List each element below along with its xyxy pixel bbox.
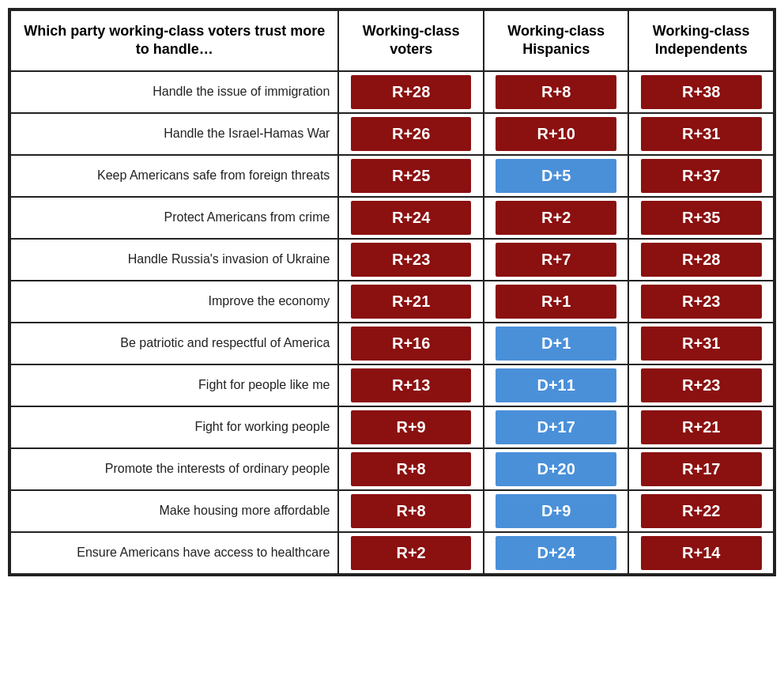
independents-value: R+21 (628, 406, 774, 448)
voters-badge: R+25 (351, 159, 472, 193)
voters-value: R+9 (338, 406, 484, 448)
voters-value: R+16 (338, 323, 484, 364)
table-row: Ensure Americans have access to healthca… (10, 532, 774, 574)
main-table-wrapper: Which party working-class voters trust m… (8, 8, 776, 576)
data-table: Which party working-class voters trust m… (9, 9, 775, 575)
row-label: Keep Americans safe from foreign threats (10, 155, 338, 197)
hispanics-badge: D+20 (496, 452, 616, 486)
voters-badge: R+26 (351, 117, 472, 151)
independents-value: R+28 (628, 239, 774, 281)
table-row: Improve the economyR+21R+1R+23 (10, 281, 774, 323)
hispanics-value: R+1 (484, 281, 629, 323)
hispanics-badge: D+24 (496, 536, 616, 570)
voters-value: R+8 (338, 448, 484, 490)
hispanics-value: D+9 (484, 490, 629, 532)
independents-badge: R+38 (641, 75, 762, 109)
voters-badge: R+8 (351, 452, 472, 486)
table-row: Fight for working peopleR+9D+17R+21 (10, 406, 774, 448)
hispanics-badge: R+2 (496, 201, 616, 235)
independents-value: R+23 (628, 364, 774, 406)
hispanics-value: D+24 (484, 532, 629, 574)
row-label: Promote the interests of ordinary people (10, 448, 338, 490)
independents-badge: R+23 (641, 368, 762, 402)
table-row: Keep Americans safe from foreign threats… (10, 155, 774, 197)
hispanics-value: D+5 (484, 155, 629, 197)
hispanics-badge: R+1 (496, 285, 616, 319)
independents-value: R+31 (628, 113, 774, 155)
row-label: Make housing more affordable (10, 490, 338, 532)
voters-badge: R+2 (351, 536, 472, 570)
independents-badge: R+35 (641, 201, 762, 235)
independents-badge: R+21 (641, 410, 762, 444)
independents-badge: R+17 (641, 452, 762, 486)
voters-value: R+24 (338, 197, 484, 239)
col4-header: Working-class Independents (628, 10, 774, 71)
independents-badge: R+37 (641, 159, 762, 193)
table-row: Protect Americans from crimeR+24R+2R+35 (10, 197, 774, 239)
voters-value: R+8 (338, 490, 484, 532)
hispanics-badge: D+17 (496, 410, 616, 444)
independents-badge: R+31 (641, 327, 762, 361)
independents-value: R+17 (628, 448, 774, 490)
voters-value: R+13 (338, 364, 484, 406)
row-label: Handle Russia's invasion of Ukraine (10, 239, 338, 281)
hispanics-value: R+8 (484, 71, 629, 113)
row-label: Handle the Israel-Hamas War (10, 113, 338, 155)
hispanics-badge: D+9 (496, 494, 616, 528)
hispanics-value: R+10 (484, 113, 629, 155)
voters-value: R+25 (338, 155, 484, 197)
voters-badge: R+8 (351, 494, 472, 528)
col3-header: Working-class Hispanics (484, 10, 629, 71)
hispanics-badge: R+10 (496, 117, 616, 151)
voters-value: R+28 (338, 71, 484, 113)
voters-value: R+26 (338, 113, 484, 155)
col2-header: Working-class voters (338, 10, 484, 71)
hispanics-value: D+20 (484, 448, 629, 490)
voters-badge: R+16 (351, 327, 472, 361)
hispanics-badge: R+7 (496, 243, 616, 277)
table-row: Fight for people like meR+13D+11R+23 (10, 364, 774, 406)
hispanics-badge: D+1 (496, 327, 616, 361)
hispanics-value: D+17 (484, 406, 629, 448)
hispanics-value: R+7 (484, 239, 629, 281)
row-label: Ensure Americans have access to healthca… (10, 532, 338, 574)
row-label: Fight for people like me (10, 364, 338, 406)
independents-value: R+37 (628, 155, 774, 197)
independents-value: R+31 (628, 323, 774, 364)
independents-value: R+38 (628, 71, 774, 113)
independents-value: R+35 (628, 197, 774, 239)
voters-badge: R+13 (351, 368, 472, 402)
row-label: Be patriotic and respectful of America (10, 323, 338, 364)
independents-badge: R+31 (641, 117, 762, 151)
row-label: Handle the issue of immigration (10, 71, 338, 113)
hispanics-badge: D+5 (496, 159, 616, 193)
voters-value: R+23 (338, 239, 484, 281)
col1-header: Which party working-class voters trust m… (10, 10, 338, 71)
voters-value: R+21 (338, 281, 484, 323)
table-row: Promote the interests of ordinary people… (10, 448, 774, 490)
voters-value: R+2 (338, 532, 484, 574)
hispanics-value: D+11 (484, 364, 629, 406)
table-row: Handle Russia's invasion of UkraineR+23R… (10, 239, 774, 281)
hispanics-badge: R+8 (496, 75, 616, 109)
independents-value: R+14 (628, 532, 774, 574)
hispanics-value: D+1 (484, 323, 629, 364)
voters-badge: R+23 (351, 243, 472, 277)
table-row: Handle the Israel-Hamas WarR+26R+10R+31 (10, 113, 774, 155)
table-row: Handle the issue of immigrationR+28R+8R+… (10, 71, 774, 113)
independents-value: R+22 (628, 490, 774, 532)
independents-value: R+23 (628, 281, 774, 323)
independents-badge: R+14 (641, 536, 762, 570)
row-label: Fight for working people (10, 406, 338, 448)
voters-badge: R+24 (351, 201, 472, 235)
hispanics-badge: D+11 (496, 368, 616, 402)
row-label: Improve the economy (10, 281, 338, 323)
independents-badge: R+28 (641, 243, 762, 277)
table-row: Make housing more affordableR+8D+9R+22 (10, 490, 774, 532)
independents-badge: R+22 (641, 494, 762, 528)
independents-badge: R+23 (641, 285, 762, 319)
hispanics-value: R+2 (484, 197, 629, 239)
row-label: Protect Americans from crime (10, 197, 338, 239)
voters-badge: R+28 (351, 75, 472, 109)
table-row: Be patriotic and respectful of AmericaR+… (10, 323, 774, 364)
